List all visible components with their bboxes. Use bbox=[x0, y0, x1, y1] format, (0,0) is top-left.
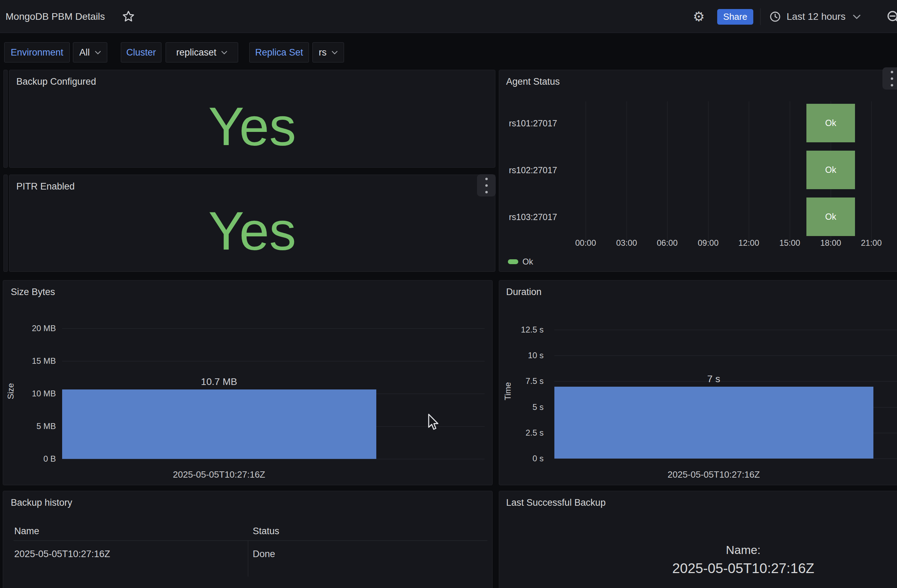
timeline-row-label: rs102:27017 bbox=[509, 165, 557, 175]
gridline bbox=[749, 101, 749, 240]
panel-title: Size Bytes bbox=[11, 287, 55, 297]
table-column-divider bbox=[248, 541, 248, 577]
panel-backup-configured: Backup Configured Yes bbox=[9, 70, 495, 168]
time-range-chevron-down-icon[interactable] bbox=[853, 15, 861, 21]
gridline bbox=[586, 101, 586, 240]
x-axis-tick: 15:00 bbox=[771, 238, 809, 248]
panel-size-bytes: Size Bytes Size 20 MB 15 MB 10 MB 5 MB 0… bbox=[3, 280, 493, 485]
replica-set-value: rs bbox=[319, 47, 327, 58]
replica-set-label: Replica Set bbox=[255, 47, 303, 58]
variable-value-replica-set[interactable]: rs bbox=[312, 42, 344, 63]
last-backup-name-label: Name: bbox=[639, 543, 847, 557]
panel-last-successful-backup: Last Successful Backup Name: 2025-05-05T… bbox=[499, 491, 897, 588]
state-box-ok[interactable]: Ok bbox=[807, 151, 855, 189]
top-navigation-bar: MongoDB PBM Details ⚙ Share Last 12 hour… bbox=[0, 0, 897, 33]
y-axis-tick: 5 s bbox=[499, 402, 543, 412]
x-axis-tick: 18:00 bbox=[811, 238, 850, 248]
x-axis-tick: 03:00 bbox=[608, 238, 646, 248]
y-axis-tick: 20 MB bbox=[3, 323, 56, 333]
x-axis-tick: 00:00 bbox=[566, 238, 605, 248]
chevron-down-icon bbox=[221, 51, 227, 55]
panel-duration: Duration Time 12.5 s 10 s 7.5 s 5 s 2.5 … bbox=[499, 280, 897, 485]
panel-title: Last Successful Backup bbox=[506, 498, 606, 508]
share-button[interactable]: Share bbox=[717, 9, 753, 24]
gridline bbox=[554, 330, 897, 330]
pitr-enabled-stat-value: Yes bbox=[9, 175, 495, 271]
panel-title: Agent Status bbox=[506, 77, 560, 87]
legend-label: Ok bbox=[522, 257, 533, 266]
panel-agent-status: Agent Status rs101:27017 rs102:27017 rs1… bbox=[499, 70, 897, 272]
panel-pitr-enabled: PITR Enabled Yes bbox=[9, 175, 495, 272]
y-axis-tick: 7.5 s bbox=[499, 376, 543, 386]
state-box-ok[interactable]: Ok bbox=[807, 104, 855, 142]
environment-label: Environment bbox=[11, 47, 64, 58]
gridline bbox=[708, 101, 709, 240]
environment-value: All bbox=[79, 47, 90, 58]
y-axis-tick: 0 B bbox=[3, 454, 56, 464]
gridline bbox=[62, 328, 485, 329]
chevron-down-icon bbox=[332, 51, 338, 55]
panel-backup-history: Backup history Name Status 2025-05-05T10… bbox=[3, 491, 493, 588]
offscreen-panel-edge bbox=[3, 175, 8, 272]
size-bytes-bar[interactable] bbox=[62, 389, 376, 459]
y-axis-tick: 2.5 s bbox=[499, 428, 543, 438]
x-axis-tick: 21:00 bbox=[852, 238, 890, 248]
table-cell-status: Done bbox=[253, 549, 275, 559]
gridline bbox=[62, 459, 485, 459]
y-axis-tick: 10 MB bbox=[3, 389, 56, 398]
variable-label-environment[interactable]: Environment bbox=[4, 42, 70, 63]
legend-item-ok[interactable]: Ok bbox=[508, 257, 533, 266]
dashboard-settings-gear-icon[interactable]: ⚙ bbox=[693, 0, 705, 33]
y-axis-tick: 12.5 s bbox=[499, 325, 543, 335]
dashboard-title: MongoDB PBM Details bbox=[6, 0, 105, 33]
duration-bar[interactable] bbox=[554, 387, 873, 459]
timeline-row-label: rs103:27017 bbox=[509, 212, 557, 222]
state-box-ok[interactable]: Ok bbox=[807, 198, 855, 236]
variable-label-cluster[interactable]: Cluster bbox=[121, 42, 161, 63]
x-axis-tick: 12:00 bbox=[730, 238, 768, 248]
grafana-dashboard: { "topbar": { "title": "MongoDB PBM Deta… bbox=[0, 0, 897, 588]
gridline bbox=[554, 355, 897, 356]
y-axis-tick: 0 s bbox=[499, 454, 543, 463]
table-header-name[interactable]: Name bbox=[14, 526, 39, 537]
variable-label-replica-set[interactable]: Replica Set bbox=[249, 42, 309, 63]
timeline-row-label: rs101:27017 bbox=[509, 118, 557, 129]
y-axis-tick: 10 s bbox=[499, 351, 543, 360]
y-axis-tick: 5 MB bbox=[3, 421, 56, 431]
offscreen-panel-edge bbox=[3, 70, 8, 168]
panel-title: Backup history bbox=[11, 498, 72, 508]
variable-value-cluster[interactable]: replicaset bbox=[165, 42, 238, 63]
cluster-value: replicaset bbox=[176, 47, 217, 58]
time-range-picker[interactable]: Last 12 hours bbox=[787, 0, 846, 33]
x-axis-category-label: 2025-05-05T10:27:16Z bbox=[627, 469, 801, 480]
x-axis-tick: 06:00 bbox=[648, 238, 686, 248]
bar-value-label: 10.7 MB bbox=[167, 376, 271, 387]
table-cell-name: 2025-05-05T10:27:16Z bbox=[14, 549, 110, 559]
toolbar-divider bbox=[760, 8, 761, 25]
last-backup-name-value: 2025-05-05T10:27:16Z bbox=[639, 560, 847, 576]
gridline bbox=[626, 101, 627, 240]
time-range-clock-icon[interactable] bbox=[769, 11, 781, 24]
x-axis-category-label: 2025-05-05T10:27:16Z bbox=[132, 469, 306, 480]
gridline bbox=[790, 101, 790, 240]
gridline bbox=[62, 361, 485, 361]
panel-title: Duration bbox=[506, 287, 542, 297]
gridline bbox=[871, 101, 872, 240]
table-header-status[interactable]: Status bbox=[253, 526, 279, 537]
zoom-out-time-range-icon[interactable] bbox=[886, 9, 897, 26]
gridline bbox=[667, 101, 667, 240]
legend-swatch bbox=[508, 259, 518, 264]
table-header-divider bbox=[14, 541, 487, 541]
variable-value-environment[interactable]: All bbox=[73, 42, 107, 63]
bar-value-label: 7 s bbox=[662, 374, 766, 384]
panel-menu-kebab-icon[interactable] bbox=[882, 67, 897, 90]
cluster-label: Cluster bbox=[126, 47, 156, 58]
x-axis-tick: 09:00 bbox=[689, 238, 727, 248]
backup-configured-stat-value: Yes bbox=[9, 70, 495, 167]
favorite-star-icon[interactable] bbox=[122, 10, 135, 24]
y-axis-tick: 15 MB bbox=[3, 356, 56, 366]
chevron-down-icon bbox=[95, 51, 101, 55]
